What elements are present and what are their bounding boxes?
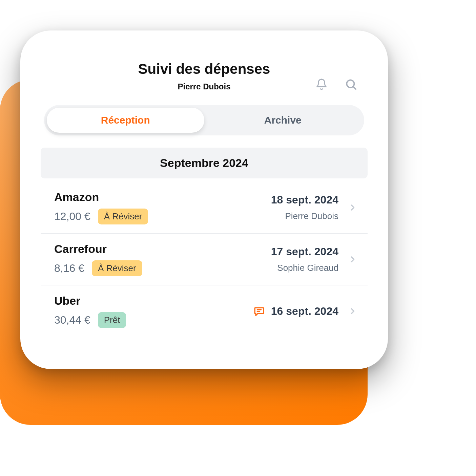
expense-row[interactable]: Carrefour 8,16 € À Réviser 17 sept. 2024… [41,234,368,285]
expense-date: 16 sept. 2024 [271,305,338,318]
expense-date: 17 sept. 2024 [271,245,338,258]
expense-amount: 30,44 € [54,314,90,326]
status-badge: À Réviser [98,209,148,224]
chevron-right-icon [348,203,357,212]
expense-row[interactable]: Amazon 12,00 € À Réviser 18 sept. 2024 P… [41,182,368,234]
expense-vendor: Uber [54,294,253,307]
chevron-right-icon [348,306,357,316]
message-icon [253,305,265,317]
expense-date: 18 sept. 2024 [271,194,338,206]
expense-amount: 12,00 € [54,210,90,223]
expense-vendor: Carrefour [54,242,271,256]
search-icon[interactable] [345,78,357,91]
chevron-right-icon [348,255,357,264]
page-title: Suivi des dépenses [41,61,368,77]
status-badge: À Réviser [92,260,142,276]
month-section-header: Septembre 2024 [41,148,368,178]
header: Suivi des dépenses Pierre Dubois [41,61,368,91]
svg-line-1 [353,87,356,89]
status-badge: Prêt [98,312,126,328]
tab-bar: Réception Archive [44,105,364,135]
tab-archive[interactable]: Archive [204,108,362,133]
expense-person: Sophie Gireaud [271,263,338,273]
tab-inbox[interactable]: Réception [47,108,204,133]
expense-person: Pierre Dubois [271,211,338,221]
expense-vendor: Amazon [54,191,271,204]
expense-amount: 8,16 € [54,262,84,275]
bell-icon[interactable] [315,78,328,90]
expense-row[interactable]: Uber 30,44 € Prêt 16 sept. 2024 [41,285,368,337]
expense-tracker-card: Suivi des dépenses Pierre Dubois [20,30,388,369]
